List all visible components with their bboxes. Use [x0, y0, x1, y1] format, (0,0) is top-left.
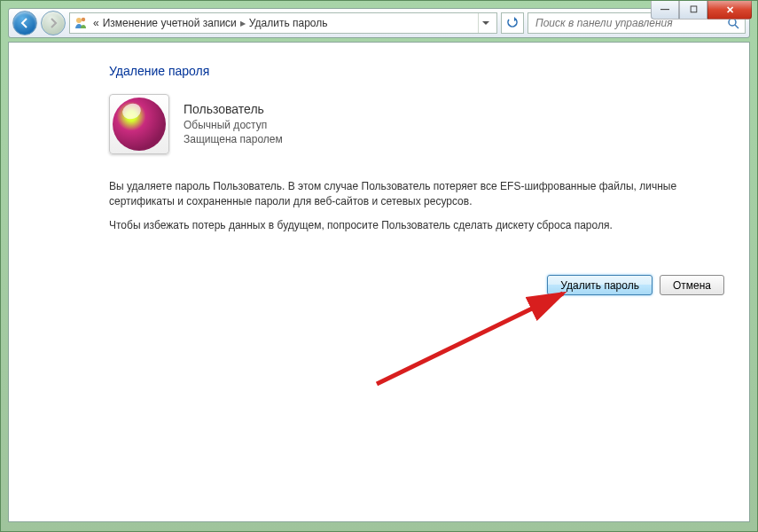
minimize-button[interactable]: — [651, 1, 679, 20]
user-password-status: Защищена паролем [184, 132, 283, 146]
remove-password-button[interactable]: Удалить пароль [547, 275, 653, 295]
svg-point-0 [76, 18, 82, 23]
breadcrumb-item[interactable]: Изменение учетной записи [103, 17, 237, 29]
user-access-level: Обычный доступ [184, 118, 283, 132]
breadcrumb-prefix: « [93, 17, 99, 29]
arrow-right-icon [48, 18, 59, 28]
close-icon: ✕ [726, 5, 734, 15]
titlebar: — ☐ ✕ [1, 1, 757, 8]
content-area: Удаление пароля Пользователь Обычный дос… [8, 42, 750, 522]
annotation-arrow [363, 286, 594, 393]
user-info: Пользователь Обычный доступ Защищена пар… [184, 101, 283, 146]
maximize-button[interactable]: ☐ [679, 1, 707, 20]
action-buttons: Удалить пароль Отмена [547, 275, 724, 295]
address-dropdown[interactable] [478, 13, 493, 33]
cancel-button[interactable]: Отмена [660, 275, 724, 295]
breadcrumb: « Изменение учетной записи ▶ Удалить пар… [93, 17, 328, 29]
back-button[interactable] [12, 11, 37, 35]
svg-point-1 [82, 18, 85, 21]
svg-point-2 [729, 19, 736, 26]
user-name: Пользователь [184, 101, 283, 118]
refresh-button[interactable] [501, 12, 524, 34]
svg-line-4 [377, 293, 563, 384]
maximize-icon: ☐ [690, 5, 698, 14]
avatar-image [113, 98, 166, 151]
breadcrumb-item[interactable]: Удалить пароль [249, 17, 328, 29]
window-controls: — ☐ ✕ [651, 1, 752, 20]
page-title: Удаление пароля [109, 64, 724, 78]
control-panel-window: — ☐ ✕ « Изменение учетной записи ▶ Удали… [0, 0, 758, 532]
refresh-icon [506, 17, 519, 29]
avatar [109, 94, 169, 154]
forward-button [41, 11, 66, 35]
warning-paragraph: Вы удаляете пароль Пользователь. В этом … [109, 179, 707, 209]
navigation-bar: « Изменение учетной записи ▶ Удалить пар… [8, 8, 750, 38]
advice-paragraph: Чтобы избежать потерь данных в будущем, … [109, 218, 707, 233]
minimize-icon: — [660, 5, 669, 14]
user-accounts-icon [74, 16, 88, 30]
close-button[interactable]: ✕ [707, 1, 752, 20]
svg-line-3 [735, 25, 738, 28]
chevron-down-icon [482, 21, 489, 26]
user-block: Пользователь Обычный доступ Защищена пар… [109, 94, 724, 154]
address-bar[interactable]: « Изменение учетной записи ▶ Удалить пар… [69, 12, 497, 34]
description-text: Вы удаляете пароль Пользователь. В этом … [109, 179, 707, 232]
chevron-right-icon: ▶ [240, 20, 246, 27]
arrow-left-icon [20, 18, 30, 28]
